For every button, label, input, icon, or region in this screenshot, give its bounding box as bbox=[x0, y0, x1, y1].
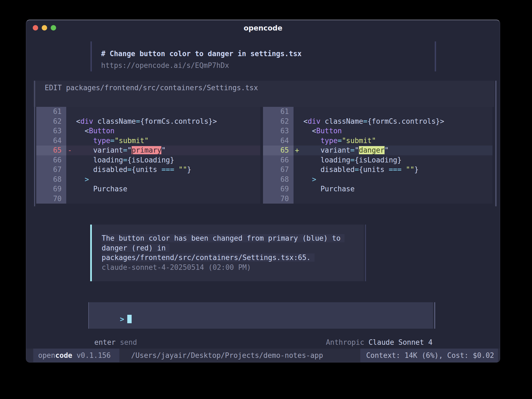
diff-code-line: - variant="primary" bbox=[66, 146, 260, 155]
assistant-message: The button color has been changed from p… bbox=[90, 225, 364, 281]
diff-code-line: <div className={formCs.controls}> bbox=[294, 117, 492, 126]
header-right-bar bbox=[435, 41, 436, 71]
diff-line-number: 65 bbox=[36, 146, 66, 155]
diff-left-scrollbar[interactable] bbox=[34, 81, 35, 206]
assistant-message-right-border bbox=[365, 225, 366, 281]
diff-code-line: > bbox=[66, 175, 260, 185]
diff-code-line: > bbox=[294, 175, 492, 185]
model-label: Claude Sonnet 4 bbox=[368, 338, 433, 346]
diff-line-number: 64 bbox=[36, 136, 66, 146]
assistant-message-line: danger (red) in bbox=[102, 243, 344, 253]
app-window: opencode # Change button color to danger… bbox=[26, 20, 500, 362]
diff-code-line bbox=[294, 194, 492, 204]
keybind-key: enter bbox=[94, 338, 116, 346]
diff-code-line: loading={isLoading} bbox=[294, 155, 492, 165]
status-bar: opencode v0.1.156 /Users/jayair/Desktop/… bbox=[26, 349, 500, 362]
diff-line-number: 66 bbox=[263, 155, 294, 165]
diff-new-code: <div className={formCs.controls}> <Butto… bbox=[294, 107, 492, 204]
diff-line-number: 67 bbox=[263, 165, 294, 175]
diff-code-line bbox=[66, 194, 260, 204]
diff-line-number: 61 bbox=[263, 107, 294, 117]
diff-line-number: 65 bbox=[263, 146, 294, 155]
diff-line-number: 63 bbox=[263, 126, 294, 136]
assistant-message-line: The button color has been changed from p… bbox=[102, 234, 344, 243]
diff-code-line: disabled={units === ""} bbox=[294, 165, 492, 175]
diff-line-number: 61 bbox=[36, 107, 66, 117]
app-name-code: code bbox=[55, 351, 72, 359]
diff-code-line: loading={isLoading} bbox=[66, 155, 260, 165]
app-name-open: open bbox=[38, 351, 55, 359]
diff-code-line: disabled={units === ""} bbox=[66, 165, 260, 175]
app-version-segment: opencode v0.1.156 bbox=[33, 349, 119, 362]
prompt-input[interactable]: > bbox=[89, 302, 433, 329]
keybind-action-label: send bbox=[120, 338, 137, 346]
context-cost-segment: Context: 14K (6%), Cost: $0.02 bbox=[360, 349, 498, 362]
diff-line-number: 69 bbox=[36, 184, 66, 194]
text-cursor bbox=[127, 315, 132, 323]
assistant-message-meta: claude-sonnet-4-20250514 (02:00 PM) bbox=[102, 263, 344, 273]
app-version: v0.1.156 bbox=[72, 351, 111, 359]
keybind-action bbox=[116, 338, 120, 346]
diff-line-number: 69 bbox=[263, 184, 294, 194]
diff-code-line bbox=[294, 107, 492, 117]
diff-line-number: 67 bbox=[36, 165, 66, 175]
diff-line-number: 62 bbox=[263, 117, 294, 126]
diff-old-code: <div className={formCs.controls}> <Butto… bbox=[66, 107, 260, 204]
session-share-url[interactable]: https://opencode.ai/s/EQmP7hDx bbox=[101, 61, 229, 70]
diff-code-line: <Button bbox=[294, 126, 492, 136]
diff-code-line bbox=[66, 107, 260, 117]
diff-code-line: <Button bbox=[66, 126, 260, 136]
diff-old-gutter: 61626364656667686970 bbox=[36, 107, 66, 204]
diff-code-line: <div className={formCs.controls}> bbox=[66, 117, 260, 126]
provider-label: Anthropic bbox=[326, 338, 364, 346]
model-indicator: Anthropic Claude Sonnet 4 bbox=[326, 338, 433, 347]
prompt-symbol: > bbox=[120, 315, 124, 323]
diff-line-number: 68 bbox=[263, 175, 294, 185]
diff-code-line: Purchase bbox=[66, 184, 260, 194]
assistant-message-line: packages/frontend/src/containers/Setting… bbox=[102, 253, 344, 263]
diff-line-number: 64 bbox=[263, 136, 294, 146]
edit-tool-panel: EDIT packages/frontend/src/containers/Se… bbox=[33, 81, 494, 107]
keybind-hint: enter send bbox=[94, 338, 137, 347]
diff-line-number: 66 bbox=[36, 155, 66, 165]
diff-code-line: Purchase bbox=[294, 184, 492, 194]
prompt-left-border bbox=[88, 302, 89, 329]
project-path: /Users/jayair/Desktop/Projects/demo-note… bbox=[131, 349, 323, 362]
edit-tool-header: EDIT packages/frontend/src/containers/Se… bbox=[45, 83, 258, 92]
diff-line-number: 63 bbox=[36, 126, 66, 136]
diff-line-number: 70 bbox=[36, 194, 66, 204]
diff-line-number: 68 bbox=[36, 175, 66, 185]
diff-line-number: 70 bbox=[263, 194, 294, 204]
diff-code-line: type="submit" bbox=[66, 136, 260, 146]
diff-new-gutter: 61626364656667686970 bbox=[263, 107, 294, 204]
header-left-bar bbox=[90, 41, 92, 71]
diff-right-scrollbar[interactable] bbox=[495, 81, 497, 206]
diff-code-line: type="submit" bbox=[294, 136, 492, 146]
window-title: opencode bbox=[26, 24, 500, 32]
prompt-right-border bbox=[434, 302, 435, 329]
diff-line-number: 62 bbox=[36, 117, 66, 126]
diff-code-line: + variant="danger" bbox=[294, 146, 492, 155]
session-title: # Change button color to danger in setti… bbox=[101, 49, 302, 58]
